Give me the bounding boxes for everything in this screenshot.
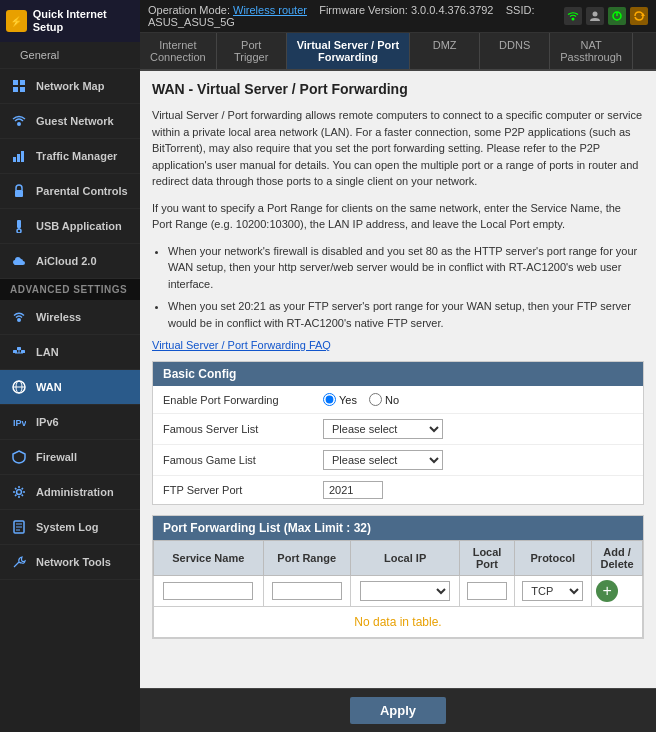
- lock-icon: [10, 182, 28, 200]
- tab-dmz[interactable]: DMZ: [410, 33, 480, 69]
- apply-bar: Apply: [140, 688, 656, 732]
- ssid-value: ASUS_ASUS_5G: [148, 16, 235, 28]
- parental-controls-label: Parental Controls: [36, 185, 128, 197]
- enable-yes-radio[interactable]: [323, 393, 336, 406]
- refresh-icon[interactable]: [630, 7, 648, 25]
- guest-network-label: Guest Network: [36, 115, 114, 127]
- local-ip-select[interactable]: [360, 581, 450, 601]
- sidebar-item-firewall[interactable]: Firewall: [0, 440, 140, 475]
- aicloud-label: AiCloud 2.0: [36, 255, 97, 267]
- tab-nat-passthrough[interactable]: NATPassthrough: [550, 33, 633, 69]
- wifi-status-icon[interactable]: [564, 7, 582, 25]
- col-local-ip: Local IP: [350, 541, 460, 576]
- port-range-cell: [263, 576, 350, 607]
- famous-server-select[interactable]: Please select: [323, 419, 443, 439]
- usb-application-label: USB Application: [36, 220, 122, 232]
- administration-label: Administration: [36, 486, 114, 498]
- protocol-select[interactable]: TCP UDP BOTH: [522, 581, 583, 601]
- traffic-icon: [10, 147, 28, 165]
- svg-point-29: [593, 12, 598, 17]
- table-input-row: TCP UDP BOTH +: [154, 576, 643, 607]
- svg-rect-3: [20, 87, 25, 92]
- local-port-input[interactable]: [467, 582, 507, 600]
- port-forwarding-table: Service Name Port Range Local IP LocalPo…: [153, 540, 643, 638]
- faq-link[interactable]: Virtual Server / Port Forwarding FAQ: [152, 339, 644, 351]
- quick-setup-icon: ⚡: [6, 10, 27, 32]
- port-forwarding-list-section: Port Forwarding List (Max Limit : 32) Se…: [152, 515, 644, 639]
- apply-button[interactable]: Apply: [350, 697, 446, 724]
- log-icon: [10, 518, 28, 536]
- service-name-input[interactable]: [163, 582, 253, 600]
- topbar-info: Operation Mode: Wireless router Firmware…: [148, 4, 564, 28]
- col-add-delete: Add /Delete: [592, 541, 643, 576]
- enable-label: Enable Port Forwarding: [163, 394, 323, 406]
- sidebar-item-network-map[interactable]: Network Map: [0, 69, 140, 104]
- sidebar-item-quick-setup[interactable]: ⚡ Quick Internet Setup: [0, 0, 140, 42]
- ftp-port-value: [323, 481, 633, 499]
- quick-setup-label: Quick Internet Setup: [33, 8, 134, 34]
- ftp-port-label: FTP Server Port: [163, 484, 323, 496]
- sidebar-item-administration[interactable]: Administration: [0, 475, 140, 510]
- svg-rect-1: [20, 80, 25, 85]
- pf-list-header: Port Forwarding List (Max Limit : 32): [153, 516, 643, 540]
- firmware-label: Firmware Version:: [319, 4, 408, 16]
- operation-mode-value[interactable]: Wireless router: [233, 4, 307, 16]
- famous-game-select[interactable]: Please select: [323, 450, 443, 470]
- sidebar-item-wan[interactable]: WAN: [0, 370, 140, 405]
- svg-rect-5: [13, 157, 16, 162]
- famous-game-row: Famous Game List Please select: [153, 445, 643, 476]
- general-label: General: [20, 49, 59, 61]
- svg-rect-7: [21, 151, 24, 162]
- tools-icon: [10, 553, 28, 571]
- sidebar-item-parental-controls[interactable]: Parental Controls: [0, 174, 140, 209]
- sidebar-item-lan[interactable]: LAN: [0, 335, 140, 370]
- sidebar-item-ipv6[interactable]: IPv6 IPv6: [0, 405, 140, 440]
- sidebar-item-usb-application[interactable]: USB Application: [0, 209, 140, 244]
- topbar-icons: [564, 7, 648, 25]
- col-protocol: Protocol: [514, 541, 591, 576]
- page-title: WAN - Virtual Server / Port Forwarding: [152, 81, 644, 97]
- svg-point-23: [17, 490, 22, 495]
- port-range-input[interactable]: [272, 582, 342, 600]
- protocol-cell: TCP UDP BOTH: [514, 576, 591, 607]
- no-text: No: [385, 394, 399, 406]
- lan-label: LAN: [36, 346, 59, 358]
- operation-mode-label: Operation Mode:: [148, 4, 230, 16]
- enable-radio-group: Yes No: [323, 393, 399, 406]
- sidebar-item-wireless[interactable]: Wireless: [0, 300, 140, 335]
- firewall-label: Firewall: [36, 451, 77, 463]
- enable-yes-label[interactable]: Yes: [323, 393, 357, 406]
- basic-config-section: Basic Config Enable Port Forwarding Yes …: [152, 361, 644, 505]
- basic-config-header: Basic Config: [153, 362, 643, 386]
- sidebar-item-guest-network[interactable]: Guest Network: [0, 104, 140, 139]
- svg-rect-0: [13, 80, 18, 85]
- svg-rect-8: [15, 190, 23, 197]
- tab-port-trigger[interactable]: PortTrigger: [217, 33, 287, 69]
- sidebar-item-traffic-manager[interactable]: Traffic Manager: [0, 139, 140, 174]
- map-icon: [10, 77, 28, 95]
- add-row-button[interactable]: +: [596, 580, 618, 602]
- tab-internet-connection[interactable]: InternetConnection: [140, 33, 217, 69]
- guest-wifi-icon: [10, 112, 28, 130]
- sidebar-item-network-tools[interactable]: Network Tools: [0, 545, 140, 580]
- user-icon[interactable]: [586, 7, 604, 25]
- col-local-port: LocalPort: [460, 541, 514, 576]
- ftp-port-row: FTP Server Port: [153, 476, 643, 504]
- ftp-port-input[interactable]: [323, 481, 383, 499]
- sidebar-item-general[interactable]: General: [0, 42, 140, 69]
- tab-virtual-server[interactable]: Virtual Server / PortForwarding: [287, 33, 411, 69]
- col-port-range: Port Range: [263, 541, 350, 576]
- power-icon[interactable]: [608, 7, 626, 25]
- sidebar-item-aicloud[interactable]: AiCloud 2.0: [0, 244, 140, 279]
- gear-icon: [10, 483, 28, 501]
- enable-no-label[interactable]: No: [369, 393, 399, 406]
- service-name-cell: [154, 576, 264, 607]
- main-content: Operation Mode: Wireless router Firmware…: [140, 0, 656, 732]
- system-log-label: System Log: [36, 521, 98, 533]
- sidebar-item-system-log[interactable]: System Log: [0, 510, 140, 545]
- cloud-icon: [10, 252, 28, 270]
- enable-port-forwarding-row: Enable Port Forwarding Yes No: [153, 386, 643, 414]
- enable-no-radio[interactable]: [369, 393, 382, 406]
- wireless-icon: [10, 308, 28, 326]
- tab-ddns[interactable]: DDNS: [480, 33, 550, 69]
